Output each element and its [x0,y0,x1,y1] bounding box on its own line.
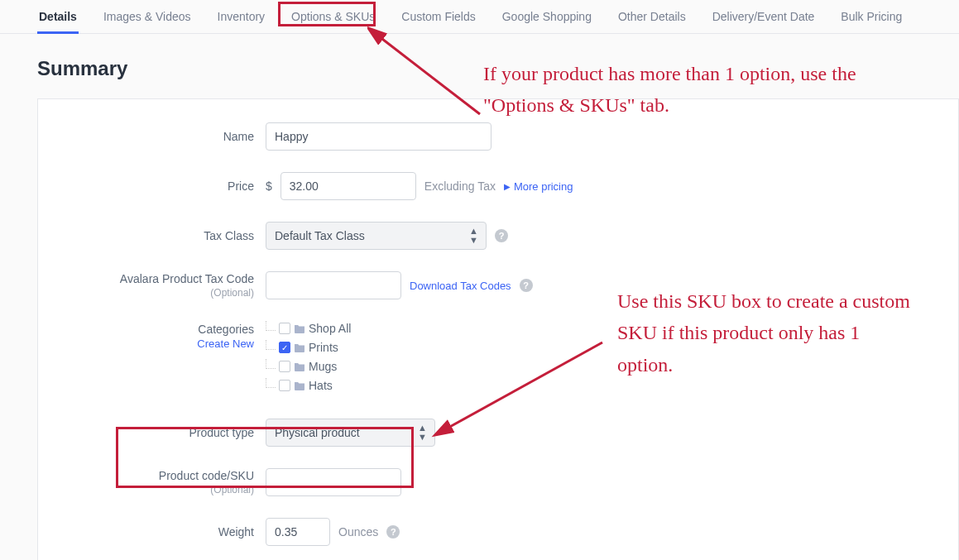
avalara-label: Avalara Product Tax Code [120,272,254,285]
tab-details[interactable]: Details [37,0,79,33]
category-label: Shop All [309,322,351,335]
sku-label: Product code/SKU [159,469,254,482]
tree-line-icon [266,378,276,388]
taxclass-select[interactable]: Default Tax Class [266,222,487,250]
category-item[interactable]: Hats [266,378,351,393]
tree-line-icon [266,321,276,331]
chevron-right-icon: ▶ [504,182,511,191]
annotation-top: If your product has more than 1 option, … [483,58,864,122]
category-item[interactable]: Mugs [266,359,351,374]
tab-images-videos[interactable]: Images & Videos [102,0,193,33]
tab-custom-fields[interactable]: Custom Fields [400,0,477,33]
category-label: Hats [309,379,333,392]
weight-label: Weight [218,525,254,538]
tab-delivery-date[interactable]: Delivery/Event Date [711,0,817,33]
tab-google-shopping[interactable]: Google Shopping [501,0,593,33]
folder-icon [294,323,305,333]
price-tax-note: Excluding Tax [424,179,496,193]
download-tax-codes-link[interactable]: Download Tax Codes [410,280,511,292]
sku-optional: (Optional) [210,484,254,495]
help-icon[interactable]: ? [386,525,400,538]
tree-line-icon [266,340,276,350]
category-checkbox[interactable] [279,323,290,334]
producttype-select[interactable]: Physical product [266,419,435,447]
category-label: Prints [309,341,338,354]
tab-inventory[interactable]: Inventory [216,0,267,33]
folder-icon [294,381,305,390]
weight-unit: Ounces [338,525,378,538]
more-pricing-text: More pricing [514,180,573,193]
price-prefix: $ [266,179,272,193]
create-new-category-link[interactable]: Create New [197,337,254,350]
name-label: Name [223,130,254,143]
help-icon[interactable]: ? [520,279,533,292]
producttype-label: Product type [189,426,254,439]
category-item[interactable]: ✓ Prints [266,340,351,355]
category-tree: Shop All ✓ Prints Mugs [266,321,351,397]
category-item[interactable]: Shop All [266,321,351,336]
tab-other-details[interactable]: Other Details [616,0,688,33]
folder-icon [294,342,305,352]
help-icon[interactable]: ? [495,229,508,242]
annotation-bottom: Use this SKU box to create a custom SKU … [617,285,915,381]
taxclass-label: Tax Class [204,229,254,242]
avalara-input[interactable] [266,271,401,299]
category-checkbox-checked[interactable]: ✓ [279,342,290,353]
tab-options-skus[interactable]: Options & SKUs [290,0,376,33]
category-label: Mugs [309,360,337,373]
price-input[interactable] [281,172,416,200]
price-label: Price [228,179,254,193]
category-checkbox[interactable] [279,361,290,372]
sku-input[interactable] [266,468,401,496]
tabs-bar: Details Images & Videos Inventory Option… [0,0,959,34]
tree-line-icon [266,359,276,369]
more-pricing-link[interactable]: ▶ More pricing [504,180,573,193]
category-checkbox[interactable] [279,380,290,391]
folder-icon [294,361,305,371]
weight-input[interactable] [266,518,330,546]
categories-label: Categories [198,323,254,336]
avalara-optional: (Optional) [210,287,254,299]
tab-bulk-pricing[interactable]: Bulk Pricing [839,0,904,33]
name-input[interactable] [266,122,491,151]
